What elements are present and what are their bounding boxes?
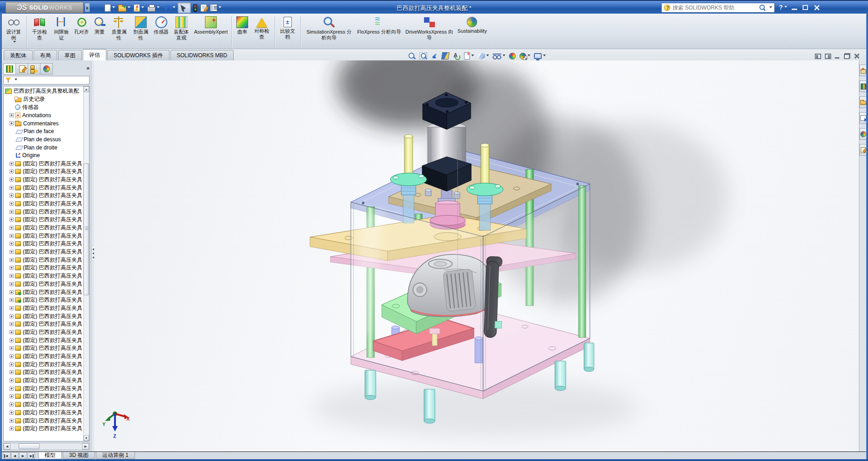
next-tab-button[interactable]: ▶ [19, 452, 27, 459]
tree-item-component[interactable]: (固定) 巴西款打高压夹具 [4, 232, 83, 240]
search-icon[interactable] [759, 5, 766, 11]
dropdown-caret[interactable] [486, 55, 489, 58]
expand-toggle[interactable] [10, 370, 14, 374]
expand-toggle[interactable] [10, 394, 14, 398]
expand-toggle[interactable] [10, 426, 14, 431]
search-scope-caret[interactable] [769, 6, 772, 10]
expand-toggle[interactable] [10, 402, 14, 406]
previous-view-icon[interactable] [429, 51, 439, 61]
tree-item-component[interactable]: (固定) 巴西款打高压夹具 [4, 352, 83, 361]
tree-item-root[interactable]: 巴西款打高压夹具整机装配 [4, 87, 83, 95]
tree-item-component[interactable]: (固定) 巴西款打高压夹具 [4, 409, 83, 417]
tree-item-component[interactable]: (固定) 巴西款打高压夹具 [4, 208, 83, 216]
dropdown-caret[interactable] [128, 6, 130, 10]
undo-button[interactable] [162, 2, 176, 13]
tab-sketch[interactable]: 草图 [58, 50, 82, 60]
dropdown-caret[interactable] [112, 6, 115, 10]
expand-toggle[interactable] [10, 266, 14, 270]
help-button[interactable]: ? [779, 4, 787, 11]
hole-alignment-button[interactable]: 孔对齐 [72, 15, 91, 35]
tree-item-annotations[interactable]: Annotations [4, 111, 83, 119]
help-caret[interactable] [784, 6, 787, 9]
expand-toggle[interactable] [10, 338, 14, 342]
tree-item-component[interactable]: (固定) 巴西款打高压夹具 [4, 344, 83, 352]
tree-item-component[interactable]: (固定) 巴西款打高压夹具 [4, 240, 83, 248]
expand-toggle[interactable] [10, 330, 14, 334]
tree-item-component[interactable]: (固定) 巴西款打高压夹具 [4, 264, 83, 272]
select-button[interactable] [178, 2, 191, 13]
tree-item-component[interactable]: (固定) 巴西款打高压夹具 [4, 336, 83, 344]
tree-item-component[interactable]: (固定) 巴西款打高压夹具 [4, 416, 83, 425]
panel-tabs-overflow-button[interactable]: » [86, 64, 90, 71]
expand-toggle[interactable] [10, 121, 14, 125]
last-tab-button[interactable]: ▶ [27, 452, 35, 459]
first-tab-button[interactable]: ◀ [3, 452, 10, 459]
tab-layout[interactable]: 布局 [34, 50, 57, 60]
assembly-visualization-button[interactable]: 装配体直观 [170, 15, 192, 41]
design-study-button[interactable]: 设计算例 [3, 15, 25, 45]
tree-vertical-scrollbar[interactable]: ▲ ▼ [83, 86, 89, 441]
expand-toggle[interactable] [10, 290, 14, 294]
propertymanager-tab[interactable] [15, 63, 28, 74]
new-document-button[interactable] [104, 2, 116, 13]
featuremanager-tab[interactable] [3, 63, 16, 74]
rebuild-button[interactable] [192, 2, 198, 13]
panel-splitter[interactable] [91, 60, 94, 451]
tree-item-component[interactable]: (固定) 巴西款打高压夹具 [4, 425, 83, 433]
menu-expand-button[interactable] [85, 3, 90, 12]
tree-item-component[interactable]: (固定) 巴西款打高压夹具 [4, 320, 83, 328]
tree-item-component[interactable]: (固定) 巴西款打高压夹具 [4, 176, 83, 184]
file-properties-button[interactable] [200, 2, 208, 13]
expand-toggle[interactable] [10, 282, 14, 286]
scroll-thumb[interactable] [19, 443, 40, 449]
dropdown-caret[interactable] [187, 6, 190, 10]
clearance-verification-button[interactable]: 间隙验证 [50, 15, 72, 41]
expand-toggle[interactable] [10, 178, 14, 182]
tab-model[interactable]: 模型 [38, 452, 62, 459]
maximize-window-button[interactable] [803, 5, 808, 10]
tree-item-component[interactable]: (固定) 巴西款打高压夹具 [4, 328, 83, 337]
tree-item-component[interactable]: (固定) 巴西款打高压夹具 [4, 401, 83, 409]
tree-item-front-plane[interactable]: Plan de face [4, 127, 83, 135]
dropdown-caret[interactable] [219, 6, 221, 10]
expand-toggle[interactable] [10, 322, 14, 326]
tab-evaluate[interactable]: 评估 [83, 49, 106, 60]
view-orientation-cube-icon[interactable] [476, 51, 490, 60]
expand-toggle[interactable] [10, 193, 14, 198]
annotation-views-icon[interactable] [451, 51, 462, 61]
expand-toggle[interactable] [10, 210, 14, 214]
sensor-button[interactable]: 传感器 [152, 15, 170, 35]
tree-item-component[interactable]: (固定) 巴西款打高压夹具 [4, 377, 83, 385]
3d-model-canvas[interactable] [94, 60, 859, 451]
compare-documents-button[interactable]: 比较文档 [277, 15, 299, 40]
expand-toggle[interactable] [10, 362, 14, 367]
minimize-window-button[interactable] [792, 5, 797, 10]
expand-toggle[interactable] [10, 346, 14, 350]
expand-toggle[interactable] [10, 298, 14, 302]
dropdown-caret[interactable] [503, 55, 505, 58]
tree-item-component[interactable]: (固定) 巴西款打高压夹具 [4, 392, 83, 401]
tree-item-sensors[interactable]: 传感器 [4, 103, 83, 111]
dropdown-caret[interactable] [528, 55, 530, 58]
mass-properties-button[interactable]: 质量属性 [108, 15, 130, 41]
dropdown-caret[interactable] [157, 6, 160, 10]
pneumatic-cylinder[interactable] [422, 92, 471, 191]
tree-item-component[interactable]: (固定) 巴西款打高压夹具 [4, 288, 83, 296]
expand-toggle[interactable] [10, 242, 14, 246]
previous-tab-button[interactable]: ◀ [11, 452, 19, 459]
section-view-icon[interactable] [440, 51, 450, 60]
tab-solidworks-mbd[interactable]: SOLIDWORKS MBD [170, 50, 234, 60]
design-library-icon[interactable] [859, 80, 867, 92]
driveworksxpress-button[interactable]: DriveWorksXpress 向导 [403, 15, 456, 41]
expand-toggle[interactable] [10, 234, 14, 238]
open-document-button[interactable] [117, 2, 131, 13]
scroll-down-button[interactable]: ▼ [84, 435, 89, 441]
close-document-button[interactable] [854, 53, 860, 59]
symmetry-check-button[interactable]: 对称检查 [251, 15, 273, 40]
graphics-viewport[interactable]: X Y Z [94, 60, 859, 451]
tree-item-component[interactable]: (固定) 巴西款打高压夹具 [4, 159, 83, 168]
configurationmanager-tab[interactable] [28, 63, 40, 74]
expand-toggle[interactable] [10, 378, 14, 382]
tree-item-commentaires[interactable]: Commentaires [4, 119, 83, 128]
minimize-document-button[interactable] [835, 54, 840, 59]
